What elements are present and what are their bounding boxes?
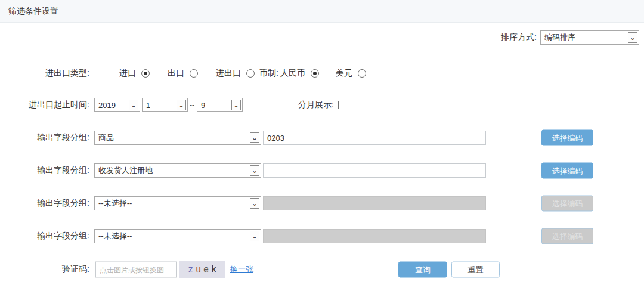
radio-option-rmb[interactable]: 人民币 xyxy=(280,68,319,79)
time-range-label: 进出口起止时间: xyxy=(0,100,89,110)
refresh-captcha-link[interactable]: 换一张 xyxy=(230,264,253,275)
filter-settings-page: 筛选条件设置 排序方式: 编码排序 ⌄ 进出口类型: 进口 出口 进出口 币制: xyxy=(0,0,644,285)
field-group-select-2[interactable]: 收发货人注册地 ⌄ xyxy=(94,163,261,178)
page-title: 筛选条件设置 xyxy=(8,6,58,17)
field-group-row: 输出字段分组: --未选择-- ⌄ 选择编码 xyxy=(0,193,644,214)
field-group-label: 输出字段分组: xyxy=(0,231,89,241)
monthly-display-checkbox[interactable] xyxy=(338,101,346,109)
radio-icon[interactable] xyxy=(190,69,198,78)
chevron-down-icon: ⌄ xyxy=(129,100,138,110)
trade-type-row: 进出口类型: 进口 出口 进出口 币制: 人民币 美元 xyxy=(0,61,644,85)
captcha-image[interactable]: zuek xyxy=(179,261,225,278)
captcha-letter: k xyxy=(211,264,219,275)
field-group-input-1[interactable] xyxy=(263,131,486,145)
captcha-letter: u xyxy=(196,264,203,275)
query-button[interactable]: 查询 xyxy=(398,262,447,278)
radio-option-import[interactable]: 进口 xyxy=(119,68,150,79)
select-code-button-2[interactable]: 选择编码 xyxy=(541,163,593,179)
field-group-label: 输出字段分组: xyxy=(0,165,89,176)
trade-type-radio-group: 进口 出口 进出口 xyxy=(119,68,255,79)
select-code-button-1[interactable]: 选择编码 xyxy=(541,130,593,146)
captcha-row: 验证码: zuek 换一张 查询 重置 xyxy=(0,259,644,280)
monthly-display-label: 分月展示: xyxy=(298,100,334,110)
radio-icon[interactable] xyxy=(311,69,319,78)
captcha-letter: e xyxy=(203,264,211,275)
field-group-input-4 xyxy=(263,229,486,243)
captcha-letter: z xyxy=(188,264,196,275)
start-month-select[interactable]: 1 ⌄ xyxy=(142,98,188,112)
year-select[interactable]: 2019 ⌄ xyxy=(94,98,140,112)
field-group-label: 输出字段分组: xyxy=(0,198,89,209)
field-group-select-4[interactable]: --未选择-- ⌄ xyxy=(94,229,261,243)
field-group-input-3 xyxy=(263,196,486,210)
field-group-row: 输出字段分组: 商品 ⌄ 选择编码 xyxy=(0,127,644,148)
field-group-select-3[interactable]: --未选择-- ⌄ xyxy=(94,196,261,210)
captcha-input[interactable] xyxy=(95,262,177,278)
radio-icon[interactable] xyxy=(358,69,366,78)
time-range-separator: -- xyxy=(190,101,194,109)
field-group-label: 输出字段分组: xyxy=(0,132,89,143)
end-month-select[interactable]: 9 ⌄ xyxy=(197,98,243,112)
chevron-down-icon: ⌄ xyxy=(628,32,637,43)
field-group-row: 输出字段分组: 收发货人注册地 ⌄ 选择编码 xyxy=(0,160,644,181)
sort-select[interactable]: 编码排序 ⌄ xyxy=(540,30,639,45)
chevron-down-icon: ⌄ xyxy=(177,100,186,110)
sort-row: 排序方式: 编码排序 ⌄ xyxy=(0,23,644,52)
radio-icon[interactable] xyxy=(141,69,150,78)
captcha-label: 验证码: xyxy=(0,264,89,275)
currency-radio-group: 人民币 美元 xyxy=(280,68,366,79)
radio-icon[interactable] xyxy=(246,69,255,78)
chevron-down-icon: ⌄ xyxy=(250,132,259,143)
currency-label: 币制: xyxy=(259,68,278,79)
chevron-down-icon: ⌄ xyxy=(231,100,241,110)
field-group-row: 输出字段分组: --未选择-- ⌄ 选择编码 xyxy=(0,225,644,247)
field-group-input-2[interactable] xyxy=(263,163,486,178)
chevron-down-icon: ⌄ xyxy=(250,198,259,209)
chevron-down-icon: ⌄ xyxy=(250,231,259,241)
radio-option-export[interactable]: 出口 xyxy=(168,68,198,79)
trade-type-label: 进出口类型: xyxy=(0,68,89,79)
select-code-button-3: 选择编码 xyxy=(541,196,593,212)
select-code-button-4: 选择编码 xyxy=(541,228,593,244)
sort-label: 排序方式: xyxy=(501,32,537,43)
page-header: 筛选条件设置 xyxy=(0,0,644,23)
reset-button[interactable]: 重置 xyxy=(451,262,500,278)
chevron-down-icon: ⌄ xyxy=(250,165,259,176)
time-range-row: 进出口起止时间: 2019 ⌄ 1 ⌄ -- 9 ⌄ 分月展示: xyxy=(0,94,644,116)
field-group-select-1[interactable]: 商品 ⌄ xyxy=(94,131,261,145)
radio-option-import-export[interactable]: 进出口 xyxy=(216,68,255,79)
radio-option-usd[interactable]: 美元 xyxy=(336,68,366,79)
